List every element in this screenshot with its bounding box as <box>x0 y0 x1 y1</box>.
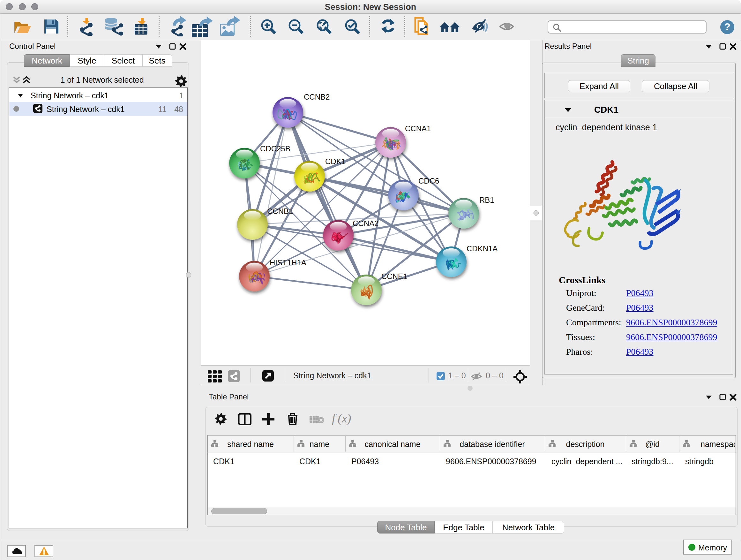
svg-text:RB1: RB1 <box>479 196 494 204</box>
svg-text:CDC25B: CDC25B <box>260 144 290 153</box>
svg-text:CCNA1: CCNA1 <box>405 124 431 133</box>
svg-text:CDC6: CDC6 <box>418 177 439 185</box>
svg-text:CDKN1A: CDKN1A <box>467 244 497 253</box>
svg-text:CCNB1: CCNB1 <box>267 207 293 215</box>
svg-text:?: ? <box>724 21 731 33</box>
svg-text:HIST1H1A: HIST1H1A <box>270 258 307 267</box>
svg-text:CCNB2: CCNB2 <box>304 92 330 101</box>
svg-text:CCNA2: CCNA2 <box>353 219 379 228</box>
svg-text:CDK1: CDK1 <box>325 157 346 166</box>
svg-text:CCNE1: CCNE1 <box>381 272 407 281</box>
